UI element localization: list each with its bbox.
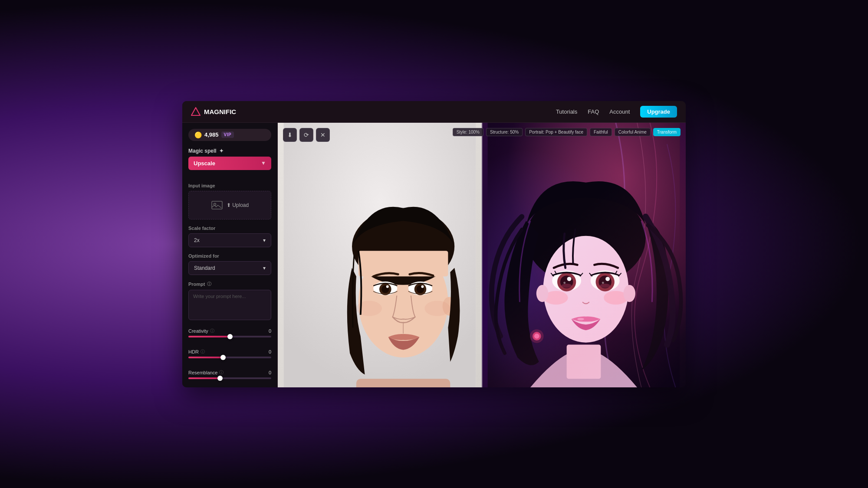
download-button[interactable]: ⬇ xyxy=(283,128,297,142)
resemblance-section: Resemblance ⓘ 0 xyxy=(188,370,271,384)
creativity-value: 0 xyxy=(269,328,271,334)
optimized-for-value: Standard xyxy=(194,265,215,271)
account-link[interactable]: Account xyxy=(609,108,630,115)
style-tag-1[interactable]: Structure: 50% xyxy=(486,128,523,136)
spell-arrow-icon: ▼ xyxy=(261,160,266,166)
optimized-for-section: Optimized for Standard ▾ xyxy=(188,253,271,275)
scale-factor-dropdown[interactable]: 2x ▾ xyxy=(188,233,271,247)
viewer-toolbar: ⬇ ⟳ ✕ xyxy=(283,128,330,142)
coin-icon: 🟡 xyxy=(194,131,202,138)
svg-point-49 xyxy=(577,318,584,320)
input-image-text: Input image xyxy=(188,183,215,188)
split-image xyxy=(278,123,686,387)
svg-point-34 xyxy=(567,277,572,281)
hdr-section: HDR ⓘ 0 xyxy=(188,349,271,364)
upload-text: ⬆ Upload xyxy=(227,202,249,208)
magic-spell-text: Magic spell xyxy=(188,148,217,154)
logo-icon xyxy=(191,107,201,116)
hdr-value: 0 xyxy=(269,349,271,354)
image-placeholder-icon xyxy=(211,199,223,211)
prompt-label: Prompt ⓘ xyxy=(188,281,271,287)
scale-factor-label: Scale factor xyxy=(188,226,271,231)
scale-arrow-icon: ▾ xyxy=(263,237,266,243)
svg-marker-0 xyxy=(191,108,200,115)
sidebar: 🟡 4,985 VIP Magic spell ✦ Upscale ▼ Inpu… xyxy=(182,123,278,387)
tutorials-link[interactable]: Tutorials xyxy=(556,108,577,115)
upgrade-button[interactable]: Upgrade xyxy=(640,106,677,118)
svg-point-45 xyxy=(600,283,610,288)
image-viewer: ⬇ ⟳ ✕ Style: 100% Structure: 50% Portrai… xyxy=(278,123,686,387)
prompt-info-icon: ⓘ xyxy=(207,281,211,287)
refresh-button[interactable]: ⟳ xyxy=(299,128,313,142)
creativity-slider[interactable] xyxy=(188,336,271,337)
download-icon: ⬇ xyxy=(287,131,293,138)
upscaled-image xyxy=(482,123,686,387)
svg-point-29 xyxy=(624,285,636,301)
nav-right: Tutorials FAQ Account Upgrade xyxy=(556,106,677,118)
prompt-section: Prompt ⓘ xyxy=(188,281,271,322)
svg-point-18 xyxy=(421,285,424,288)
input-image-section: Input image ⬆ Upload xyxy=(188,183,271,219)
app-window: MAGNIFIC Tutorials FAQ Account Upgrade 🟡… xyxy=(182,101,686,387)
sparkle-icon: ✦ xyxy=(219,148,224,154)
style-tags: Style: 100% Structure: 50% Portrait: Pop… xyxy=(453,128,681,136)
svg-point-44 xyxy=(602,282,604,284)
refresh-icon: ⟳ xyxy=(304,131,309,138)
style-tag-2[interactable]: Portrait: Pop + Beautify face xyxy=(525,128,587,136)
scale-factor-section: Scale factor 2x ▾ xyxy=(188,226,271,247)
optimized-arrow-icon: ▾ xyxy=(263,265,266,271)
svg-point-30 xyxy=(536,285,549,301)
svg-rect-10 xyxy=(358,251,448,276)
photo-face-svg xyxy=(278,123,482,387)
credits-amount: 4,985 xyxy=(204,131,219,138)
hdr-row: HDR ⓘ 0 xyxy=(188,349,271,355)
optimized-for-dropdown[interactable]: Standard ▾ xyxy=(188,261,271,275)
style-tag-0[interactable]: Style: 100% xyxy=(453,128,483,136)
input-image-label: Input image xyxy=(188,183,271,188)
svg-point-43 xyxy=(605,277,610,281)
scale-factor-value: 2x xyxy=(194,237,200,243)
svg-point-35 xyxy=(563,282,566,284)
creativity-info-icon: ⓘ xyxy=(210,328,214,334)
style-tag-3[interactable]: Faithful xyxy=(590,128,612,136)
main-content: 🟡 4,985 VIP Magic spell ✦ Upscale ▼ Inpu… xyxy=(182,123,686,387)
magic-spell-section: Magic spell ✦ Upscale ▼ xyxy=(188,148,271,177)
resemblance-value: 0 xyxy=(269,370,271,375)
magic-spell-label: Magic spell ✦ xyxy=(188,148,271,154)
upload-area[interactable]: ⬆ Upload xyxy=(188,191,271,219)
delete-icon: ✕ xyxy=(320,131,326,138)
app-name: MAGNIFIC xyxy=(204,108,236,115)
hdr-slider[interactable] xyxy=(188,357,271,358)
anime-face-svg xyxy=(482,123,686,387)
resemblance-row: Resemblance ⓘ 0 xyxy=(188,370,271,376)
svg-rect-6 xyxy=(356,379,450,387)
optimized-for-label: Optimized for xyxy=(188,253,271,259)
style-tag-4[interactable]: Colorful Anime xyxy=(615,128,651,136)
hdr-label: HDR xyxy=(188,349,199,354)
resemblance-label: Resemblance xyxy=(188,370,217,375)
creativity-section: Creativity ⓘ 0 xyxy=(188,328,271,343)
svg-point-14 xyxy=(386,285,389,288)
credits-badge: 🟡 4,985 VIP xyxy=(188,129,271,141)
creativity-label: Creativity xyxy=(188,328,208,334)
prompt-input[interactable] xyxy=(188,290,271,320)
resemblance-info-icon: ⓘ xyxy=(219,370,224,376)
svg-point-52 xyxy=(530,329,543,343)
style-tag-5[interactable]: Transform xyxy=(653,128,681,136)
svg-rect-1 xyxy=(212,201,222,209)
creativity-row: Creativity ⓘ 0 xyxy=(188,328,271,334)
logo-area: MAGNIFIC xyxy=(191,107,236,116)
spell-selector[interactable]: Upscale ▼ xyxy=(188,157,271,170)
svg-point-20 xyxy=(424,301,450,316)
delete-button[interactable]: ✕ xyxy=(316,128,330,142)
spell-selected: Upscale xyxy=(194,160,215,167)
svg-rect-24 xyxy=(567,344,601,379)
hdr-info-icon: ⓘ xyxy=(201,349,205,355)
resemblance-slider[interactable] xyxy=(188,377,271,379)
faq-link[interactable]: FAQ xyxy=(588,108,599,115)
original-image xyxy=(278,123,482,387)
vip-badge: VIP xyxy=(221,131,234,138)
split-divider xyxy=(482,123,483,387)
svg-point-36 xyxy=(562,283,572,288)
top-nav: MAGNIFIC Tutorials FAQ Account Upgrade xyxy=(182,101,686,123)
